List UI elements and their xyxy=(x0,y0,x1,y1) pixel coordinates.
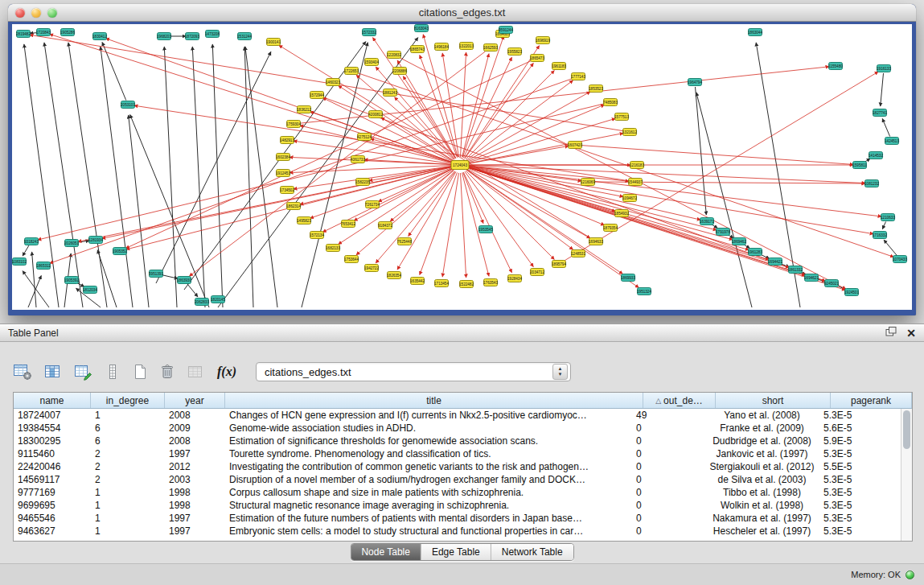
graph-node[interactable]: 1713454 xyxy=(434,280,449,287)
graph-node[interactable]: 1155480 xyxy=(828,63,843,70)
graph-node[interactable]: 1724043 xyxy=(451,161,469,170)
graph-node[interactable]: 2819482 xyxy=(16,31,31,38)
graph-node[interactable]: 2206886 xyxy=(392,68,407,75)
graph-node[interactable]: 1820145 xyxy=(211,296,225,303)
import-table-icon[interactable] xyxy=(105,361,121,382)
graph-node[interactable]: 1942722 xyxy=(364,265,379,272)
table-row[interactable]: 946554611997Estimation of the future num… xyxy=(14,512,901,525)
graph-node[interactable]: 6791978 xyxy=(716,229,730,236)
graph-node[interactable]: 4361733 xyxy=(351,156,365,163)
graph-node[interactable]: 1734502 xyxy=(280,187,294,194)
scrollbar-thumb[interactable] xyxy=(903,410,910,449)
graph-node[interactable]: 9318243 xyxy=(24,238,39,245)
graph-node[interactable]: 1895794 xyxy=(552,261,566,268)
graph-node[interactable]: 7485083 xyxy=(603,99,618,106)
table-row[interactable]: 1872400712008Changes of HCN gene express… xyxy=(14,409,901,422)
graph-node[interactable]: 1953545 xyxy=(478,226,493,233)
graph-node[interactable]: 1753644 xyxy=(344,256,359,263)
graph-node[interactable]: 2026051 xyxy=(64,240,79,247)
panel-splitter[interactable]: ▲ xyxy=(0,315,924,323)
graph-node[interactable]: 1951324 xyxy=(637,288,651,295)
graph-node[interactable]: 2053101 xyxy=(121,101,135,109)
graph-node[interactable]: 1473208 xyxy=(205,31,220,38)
graph-node[interactable]: 1321612 xyxy=(622,129,637,136)
graph-node[interactable]: 8163043 xyxy=(414,25,429,32)
graph-node[interactable]: 5951391 xyxy=(149,270,163,278)
graph-node[interactable]: 1424513 xyxy=(885,138,899,145)
graph-node[interactable]: 1777143 xyxy=(571,73,585,80)
graph-node[interactable]: 1865311 xyxy=(36,262,51,270)
table-row[interactable]: 1456911722003Disruption of a novel membe… xyxy=(14,473,901,486)
graph-node[interactable]: 1862314 xyxy=(286,203,301,210)
graph-node[interactable]: 1827741 xyxy=(873,109,887,117)
graph-node[interactable]: 1912453 xyxy=(276,170,290,177)
table-row[interactable]: 2242004622012Investigating the contribut… xyxy=(14,460,901,473)
graph-node[interactable]: 2062833 xyxy=(195,299,209,306)
graph-node[interactable]: 1496184 xyxy=(434,43,449,51)
column-header-in-degree[interactable]: in_degree xyxy=(91,393,165,408)
graph-node[interactable]: 1916133 xyxy=(877,65,891,72)
graph-node[interactable]: 1094672 xyxy=(622,195,637,202)
graph-node[interactable]: 1928434 xyxy=(507,275,522,282)
float-panel-icon[interactable] xyxy=(885,327,897,339)
column-header-pagerank[interactable]: pagerank xyxy=(831,393,912,408)
graph-node[interactable]: 1682133 xyxy=(326,245,340,252)
graph-node[interactable]: 4275124 xyxy=(357,134,372,141)
graph-node[interactable]: 1694633 xyxy=(589,238,603,245)
graph-node[interactable]: 1460323 xyxy=(326,79,340,86)
graph-node[interactable]: 1961283 xyxy=(748,249,762,256)
graph-node[interactable]: 1593404 xyxy=(364,59,379,66)
graph-node[interactable]: 1900141 xyxy=(266,39,281,46)
graph-node[interactable]: 1635442 xyxy=(410,278,425,285)
graph-node[interactable]: 4200812 xyxy=(368,111,383,118)
graph-node[interactable]: 1281934 xyxy=(88,237,103,244)
table-row[interactable]: 977716911998Corpus callosum shape and si… xyxy=(14,486,901,499)
column-header-out-de[interactable]: △out_de… xyxy=(643,393,716,408)
graph-node[interactable]: 1572332 xyxy=(362,29,376,36)
table-row[interactable]: 911546021997Tourette syndrome. Phenomeno… xyxy=(14,447,901,460)
graph-node[interactable]: 1812034 xyxy=(83,286,97,294)
network-graph[interactable]: 1216183154493710946721854932187935416946… xyxy=(12,24,912,310)
graph-node[interactable]: 7653412 xyxy=(341,220,355,228)
function-builder-icon[interactable]: f(x) xyxy=(217,361,236,382)
column-header-name[interactable]: name xyxy=(14,393,91,408)
graph-node[interactable]: 1955823 xyxy=(507,48,522,56)
graph-node[interactable]: 1861332 xyxy=(788,266,803,274)
table-row[interactable]: 969969511998Structural magnetic resonanc… xyxy=(14,499,901,512)
graph-node[interactable]: 1865473 xyxy=(530,55,544,62)
table-row[interactable]: 1938455462009Genome-wide association stu… xyxy=(14,422,901,435)
graph-node[interactable]: 1763543 xyxy=(483,279,498,286)
graph-node[interactable]: 1248531 xyxy=(571,250,585,257)
graph-node[interactable]: 1720843 xyxy=(36,29,51,36)
graph-node[interactable]: 1595811 xyxy=(852,162,867,169)
column-header-short[interactable]: short xyxy=(716,393,831,408)
graph-node[interactable]: 1544937 xyxy=(628,179,643,186)
graph-node[interactable]: 1577513 xyxy=(614,113,629,121)
graph-node[interactable]: 1083102 xyxy=(12,258,27,266)
graph-node[interactable]: 1495823 xyxy=(297,217,311,225)
graph-node[interactable]: 1696919 xyxy=(536,37,550,44)
close-panel-icon[interactable]: ✕ xyxy=(906,328,916,339)
table-source-dropdown[interactable]: citations_edges.txt▲▼ xyxy=(256,362,571,381)
graph-node[interactable]: 1881243 xyxy=(383,89,397,97)
graph-node[interactable]: 1716332 xyxy=(873,232,887,239)
graph-node[interactable]: 1869933 xyxy=(621,274,635,282)
graph-node[interactable]: 1216069 xyxy=(581,179,595,186)
graph-node[interactable]: 1722653 xyxy=(344,68,359,75)
graph-node[interactable]: 1879354 xyxy=(603,225,618,232)
graph-node[interactable]: 1482913 xyxy=(280,137,294,144)
tab-edge-table[interactable]: Edge Table xyxy=(421,544,491,560)
graph-node[interactable]: 2034712 xyxy=(530,269,544,276)
graph-node[interactable]: 1905286 xyxy=(60,29,75,36)
graph-node[interactable]: 1220832 xyxy=(387,51,401,59)
graph-node[interactable]: 1602384 xyxy=(276,154,290,161)
network-view-canvas[interactable]: 1216183154493710946721854932187935416946… xyxy=(12,24,912,310)
graph-node[interactable]: 1961183 xyxy=(552,63,566,70)
graph-node[interactable]: 1607420 xyxy=(568,142,582,149)
graph-node[interactable]: 1853523 xyxy=(589,85,603,93)
column-header-title[interactable]: title xyxy=(225,393,643,408)
graph-node[interactable]: 1582235 xyxy=(355,179,370,186)
graph-node[interactable]: 1905392 xyxy=(64,277,79,284)
graph-node[interactable]: 9184372 xyxy=(378,222,392,229)
graph-node[interactable]: 1414532 xyxy=(869,152,883,159)
